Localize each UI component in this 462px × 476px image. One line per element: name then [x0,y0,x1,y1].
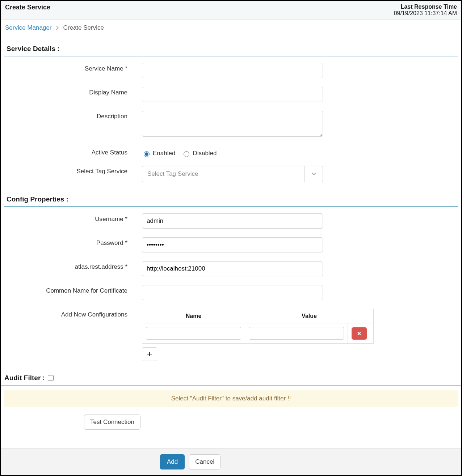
description-label: Description [4,111,142,120]
active-status-disabled-radio[interactable]: Disabled [182,150,217,157]
add-button[interactable]: Add [160,454,185,469]
topbar: Create Service Last Response Time 09/19/… [1,1,461,20]
disabled-radio-label: Disabled [193,150,217,157]
section-audit-filter-heading: Audit Filter : [1,370,461,386]
config-table: Name Value [142,309,374,344]
breadcrumb-current: Create Service [63,24,104,31]
password-label: Password * [4,237,142,247]
add-row-button[interactable] [142,347,157,361]
section-service-details-heading: Service Details : [4,41,458,56]
password-input[interactable] [142,237,323,252]
display-name-label: Display Name [4,87,142,96]
breadcrumb: Service Manager Create Service [1,20,461,36]
select-tag-service-dropdown[interactable]: Select Tag Service [142,166,323,182]
add-new-config-label: Add New Configurations [4,309,142,318]
config-col-name: Name [142,309,245,323]
config-row-name-input[interactable] [146,327,241,340]
display-name-input[interactable] [142,87,323,102]
atlas-address-input[interactable] [142,261,323,276]
atlas-address-label: atlas.rest.address * [4,261,142,271]
service-name-input[interactable] [142,63,323,78]
active-status-enabled-radio[interactable]: Enabled [142,150,175,157]
config-row-value-input[interactable] [249,327,344,340]
enabled-radio-label: Enabled [153,150,175,157]
close-icon [357,331,361,336]
select-tag-service-placeholder: Select Tag Service [142,166,304,182]
last-response-block: Last Response Time 09/19/2023 11:37:14 A… [394,4,457,17]
chevron-right-icon [56,26,59,30]
common-cert-label: Common Name for Certificate [4,285,142,294]
username-input[interactable] [142,213,323,229]
service-name-label: Service Name * [4,63,142,72]
last-response-time: 09/19/2023 11:37:14 AM [394,10,457,17]
cancel-button[interactable]: Cancel [189,454,220,469]
disabled-radio-input[interactable] [184,151,189,157]
last-response-label: Last Response Time [394,4,457,10]
select-tag-service-label: Select Tag Service [4,166,142,175]
common-cert-input[interactable] [142,285,323,300]
enabled-radio-input[interactable] [144,151,150,157]
audit-filter-label: Audit Filter : [4,374,45,382]
plus-icon [147,352,152,357]
audit-filter-checkbox[interactable] [48,375,54,381]
footer-bar: Add Cancel [1,448,461,475]
breadcrumb-root-link[interactable]: Service Manager [5,24,52,31]
config-col-value: Value [245,309,374,323]
audit-filter-alert: Select "Audit Filter" to save/add audit … [4,390,458,407]
active-status-label: Active Status [4,147,142,156]
page-title: Create Service [5,4,50,11]
username-label: Username * [4,213,142,223]
delete-row-button[interactable] [352,327,367,340]
config-row [142,323,374,344]
description-input[interactable] [142,111,323,137]
chevron-down-icon [304,166,323,182]
test-connection-button[interactable]: Test Connection [84,415,140,430]
section-config-properties-heading: Config Properties : [4,191,458,207]
